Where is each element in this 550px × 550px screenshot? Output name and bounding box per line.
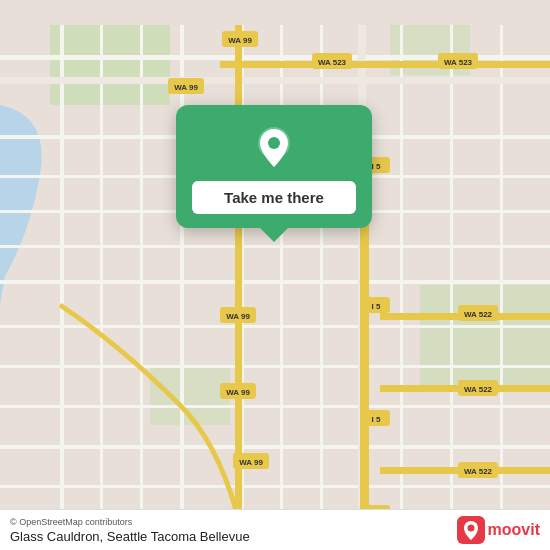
svg-rect-27: [500, 25, 503, 525]
svg-rect-1: [50, 25, 170, 105]
svg-text:I 5: I 5: [372, 162, 381, 171]
map-svg: WA 99 WA 99 WA 523 WA 523 I 5 WA 99 I 5 …: [0, 0, 550, 550]
svg-rect-16: [0, 485, 550, 488]
svg-rect-32: [220, 61, 550, 68]
svg-text:WA 522: WA 522: [464, 310, 493, 319]
svg-rect-17: [60, 25, 64, 525]
svg-rect-20: [180, 25, 184, 525]
svg-text:WA 523: WA 523: [444, 58, 473, 67]
svg-rect-13: [0, 365, 550, 368]
svg-text:I 5: I 5: [372, 415, 381, 424]
take-me-there-button[interactable]: Take me there: [192, 181, 356, 214]
svg-point-70: [467, 525, 474, 532]
svg-rect-19: [140, 25, 143, 525]
svg-rect-15: [0, 445, 550, 449]
svg-rect-26: [450, 25, 453, 525]
attribution-text: © OpenStreetMap contributors: [10, 517, 250, 527]
bottom-left: © OpenStreetMap contributors Glass Cauld…: [10, 517, 250, 544]
svg-text:I 5: I 5: [372, 302, 381, 311]
svg-rect-14: [0, 405, 550, 408]
svg-rect-29: [0, 77, 550, 84]
svg-rect-2: [420, 285, 550, 385]
moovit-icon: [457, 516, 485, 544]
svg-rect-18: [100, 25, 103, 525]
popup-card: Take me there: [176, 105, 372, 228]
map-container: WA 99 WA 99 WA 523 WA 523 I 5 WA 99 I 5 …: [0, 0, 550, 550]
svg-rect-11: [0, 280, 550, 284]
svg-rect-30: [235, 25, 242, 525]
svg-point-68: [268, 137, 280, 149]
svg-rect-22: [280, 25, 283, 525]
svg-rect-12: [0, 325, 550, 328]
svg-rect-23: [320, 25, 323, 525]
moovit-brand-text: moovit: [488, 521, 540, 539]
svg-rect-10: [0, 245, 550, 248]
bottom-bar: © OpenStreetMap contributors Glass Cauld…: [0, 509, 550, 550]
moovit-logo: moovit: [457, 516, 540, 544]
svg-text:WA 99: WA 99: [228, 36, 252, 45]
svg-rect-25: [400, 25, 403, 525]
svg-text:WA 99: WA 99: [226, 388, 250, 397]
svg-text:WA 522: WA 522: [464, 467, 493, 476]
svg-text:WA 523: WA 523: [318, 58, 347, 67]
svg-text:WA 99: WA 99: [239, 458, 263, 467]
svg-text:WA 99: WA 99: [226, 312, 250, 321]
location-name: Glass Cauldron, Seattle Tacoma Bellevue: [10, 529, 250, 544]
svg-text:WA 99: WA 99: [174, 83, 198, 92]
svg-text:WA 522: WA 522: [464, 385, 493, 394]
location-pin-icon: [250, 123, 298, 171]
